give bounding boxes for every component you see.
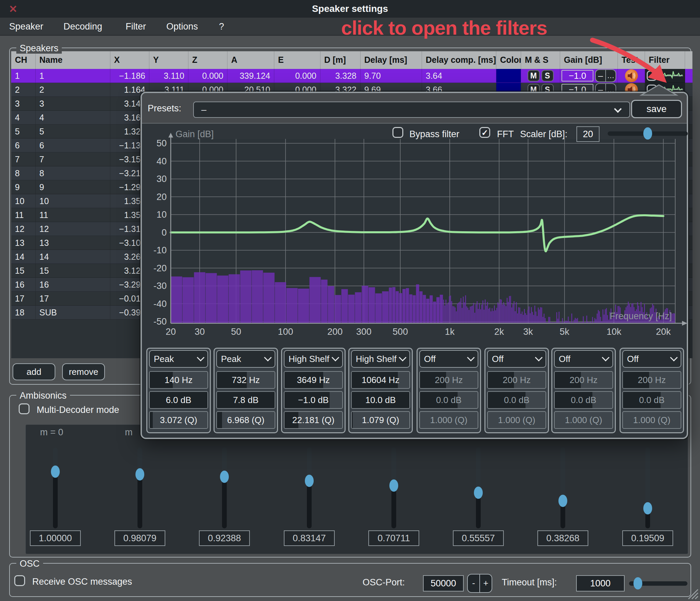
receive-osc-checkbox[interactable] [14,575,25,586]
band-q[interactable]: 22.181 (Q) [284,411,343,429]
ambisonics-slider[interactable] [645,448,650,528]
band-gain[interactable]: 0.0 dB [554,391,613,409]
ambisonics-slider[interactable] [222,448,227,528]
osc-port-stepper[interactable]: - + [467,574,492,593]
band-q[interactable]: 3.072 (Q) [149,411,208,429]
band-gain[interactable]: 7.8 dB [216,391,275,409]
ambisonics-slider[interactable] [137,448,142,528]
menu-item-decoding[interactable]: Decoding [63,21,102,32]
ambisonics-slider[interactable] [53,448,58,528]
port-increment-button[interactable]: + [480,575,492,592]
gain-more-button[interactable]: … [606,70,615,81]
filter-enable-checkbox[interactable]: ✓ [647,71,657,81]
column-header[interactable]: Name [36,51,110,69]
band-gain[interactable]: 6.0 dB [149,391,208,409]
gain-stepper[interactable]: –… [595,69,616,82]
column-header[interactable]: Delay comp. [ms] [422,51,496,69]
band-q[interactable]: 6.968 (Q) [216,411,275,429]
ambisonics-slider[interactable] [560,448,565,528]
band-type-dropdown[interactable]: Off [487,350,546,368]
multi-decoder-checkbox[interactable] [19,403,30,414]
band-type-dropdown[interactable]: Peak [149,350,208,368]
ambisonics-weight-value[interactable]: 0.98079 [114,530,165,546]
band-frequency[interactable]: 200 Hz [419,371,478,389]
cell-color[interactable] [496,69,521,83]
column-header[interactable]: A [227,51,274,69]
ambisonics-slider-thumb[interactable] [135,468,144,480]
osc-port-input[interactable]: 50000 [423,575,464,591]
band-gain[interactable]: 10.0 dB [351,391,410,409]
column-header[interactable]: Gain [dB] [560,51,618,69]
menu-item-options[interactable]: Options [166,21,198,32]
column-header[interactable]: CH [11,51,36,69]
filter-response-graph[interactable]: 50403020100-10-20-30-40-5020305010020030… [143,124,688,345]
menu-item-speaker[interactable]: Speaker [9,21,43,32]
timeout-slider-thumb[interactable] [633,577,642,589]
port-decrement-button[interactable]: - [468,575,480,592]
band-gain[interactable]: −1.0 dB [284,391,343,409]
band-type-dropdown[interactable]: Peak [216,350,275,368]
ambisonics-slider-thumb[interactable] [474,487,483,499]
column-header[interactable] [685,51,693,69]
column-header[interactable]: M & S [521,51,560,69]
ambisonics-weight-value[interactable]: 0.19509 [622,530,673,546]
scaler-input[interactable]: 20 [576,126,600,142]
column-header[interactable]: E [274,51,320,69]
ambisonics-weight-value[interactable]: 0.55557 [453,530,504,546]
gain-minus-button[interactable]: – [596,70,606,81]
ambisonics-slider-thumb[interactable] [389,479,398,492]
band-type-dropdown[interactable]: Off [554,350,613,368]
solo-button[interactable]: S [541,70,554,81]
ambisonics-slider-thumb[interactable] [220,471,229,483]
test-speaker-icon[interactable] [625,69,638,82]
scaler-slider-thumb[interactable] [643,127,652,140]
menu-item-filter[interactable]: Filter [126,21,146,32]
band-gain[interactable]: 0.0 dB [419,391,478,409]
ambisonics-weight-value[interactable]: 0.70711 [368,530,419,546]
band-q[interactable]: 1.000 (Q) [622,411,681,429]
ambisonics-weight-value[interactable]: 0.38268 [537,530,588,546]
band-frequency[interactable]: 10604 Hz [351,371,410,389]
band-q[interactable]: 1.000 (Q) [419,411,478,429]
save-button[interactable]: save [631,100,682,118]
band-gain[interactable]: 0.0 dB [622,391,681,409]
band-frequency[interactable]: 200 Hz [554,371,613,389]
ambisonics-slider[interactable] [307,448,312,528]
timeout-input[interactable]: 1000 [576,575,625,591]
column-header[interactable]: Color [496,51,521,69]
column-header[interactable]: Z [188,51,227,69]
band-q[interactable]: 1.079 (Q) [351,411,410,429]
ambisonics-slider-thumb[interactable] [305,475,314,487]
gain-value-box[interactable]: −1.0 [561,70,593,81]
band-q[interactable]: 1.000 (Q) [554,411,613,429]
ambisonics-weight-value[interactable]: 1.00000 [30,530,81,546]
band-type-dropdown[interactable]: High Shelf [284,350,343,368]
color-swatch[interactable] [496,69,521,83]
fft-checkbox[interactable]: ✓ [479,127,490,138]
filter-curve-icon[interactable] [659,70,683,82]
band-type-dropdown[interactable]: Off [419,350,478,368]
presets-dropdown[interactable]: – [193,102,630,118]
column-header[interactable]: D [m] [320,51,361,69]
column-header[interactable]: Y [149,51,188,69]
band-frequency[interactable]: 200 Hz [487,371,546,389]
ambisonics-slider-thumb[interactable] [558,495,567,507]
add-button[interactable]: add [13,363,55,380]
mute-button[interactable]: M [528,70,540,81]
ambisonics-slider-thumb[interactable] [643,502,652,514]
band-frequency[interactable]: 3649 Hz [284,371,343,389]
ambisonics-weight-value[interactable]: 0.83147 [284,530,335,546]
band-frequency[interactable]: 732 Hz [216,371,275,389]
ambisonics-weight-value[interactable]: 0.92388 [199,530,250,546]
band-type-dropdown[interactable]: Off [622,350,681,368]
table-row[interactable]: 11−1.1863.1100.000339.1240.0003.3289.703… [11,69,693,83]
band-q[interactable]: 1.000 (Q) [487,411,546,429]
band-type-dropdown[interactable]: High Shelf [351,350,410,368]
column-header[interactable]: Test [618,51,645,69]
menu-item-?[interactable]: ? [219,21,224,32]
column-header[interactable]: Delay [ms] [361,51,422,69]
band-frequency[interactable]: 200 Hz [622,371,681,389]
column-header[interactable]: X [110,51,149,69]
band-frequency[interactable]: 140 Hz [149,371,208,389]
bypass-filter-checkbox[interactable] [392,127,403,138]
